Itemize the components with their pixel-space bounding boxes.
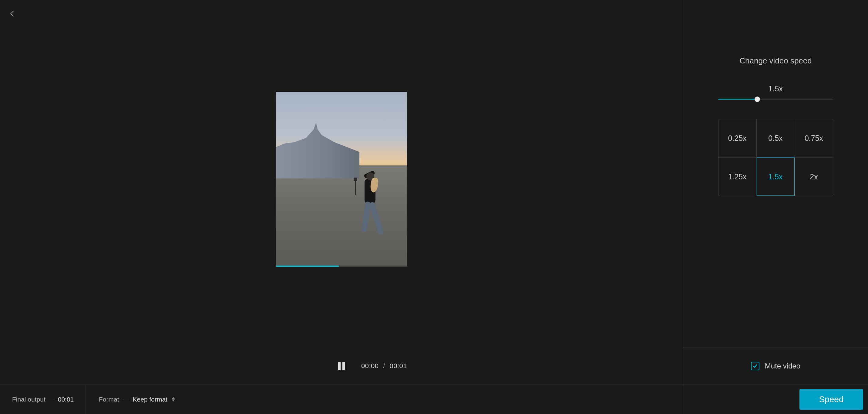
speed-preset-grid: 0.25x0.5x0.75x1.25x1.5x2x — [718, 119, 833, 196]
speed-preset-0-75x[interactable]: 0.75x — [795, 119, 833, 157]
current-speed-label: 1.5x — [769, 84, 783, 93]
main-panel: 00:00 / 00:01 Final output — 00:01 Forma… — [0, 0, 683, 414]
svg-marker-0 — [172, 397, 175, 399]
speed-preset-1-25x[interactable]: 1.25x — [718, 157, 757, 196]
speed-preset-0-25x[interactable]: 0.25x — [718, 119, 757, 157]
speed-button-label: Speed — [819, 394, 844, 404]
dash-separator: — — [49, 396, 55, 403]
player-controls: 00:00 / 00:01 — [0, 348, 683, 384]
format-value: Keep format — [133, 396, 167, 403]
speed-preset-1-5x[interactable]: 1.5x — [757, 157, 795, 196]
slider-thumb[interactable] — [754, 96, 760, 102]
time-display: 00:00 / 00:01 — [361, 362, 407, 370]
video-area — [0, 0, 683, 348]
format-group: Format — Keep format — [86, 396, 683, 403]
pause-icon — [342, 362, 345, 370]
pause-button[interactable] — [338, 362, 345, 370]
svg-marker-1 — [172, 400, 175, 402]
mute-label: Mute video — [765, 362, 800, 370]
video-progress-bar[interactable] — [276, 266, 407, 267]
video-preview[interactable] — [276, 92, 407, 267]
final-output-label: Final output — [12, 396, 45, 403]
current-time: 00:00 — [361, 362, 379, 370]
action-bar: Speed — [683, 384, 868, 414]
pause-icon — [338, 362, 341, 370]
speed-preset-0-5x[interactable]: 0.5x — [757, 119, 795, 157]
sidebar: Change video speed 1.5x 0.25x0.5x0.75x1.… — [683, 0, 868, 414]
final-output-group: Final output — 00:01 — [0, 385, 86, 414]
duration: 00:01 — [390, 362, 407, 370]
speed-button[interactable]: Speed — [800, 389, 863, 410]
mute-checkbox[interactable] — [751, 362, 760, 370]
format-label: Format — [99, 396, 119, 403]
stepper-icon — [172, 397, 175, 402]
panel-title: Change video speed — [739, 56, 812, 65]
time-separator: / — [383, 362, 385, 370]
footer-bar: Final output — 00:01 Format — Keep forma… — [0, 384, 683, 414]
dash-separator: — — [123, 396, 129, 403]
speed-preset-2x[interactable]: 2x — [795, 157, 833, 196]
mute-bar: Mute video — [683, 347, 868, 384]
format-select[interactable]: Keep format — [133, 396, 175, 403]
speed-slider[interactable] — [718, 99, 833, 99]
speed-panel: Change video speed 1.5x 0.25x0.5x0.75x1.… — [683, 0, 868, 347]
check-icon — [753, 364, 757, 368]
final-output-value: 00:01 — [58, 396, 74, 403]
